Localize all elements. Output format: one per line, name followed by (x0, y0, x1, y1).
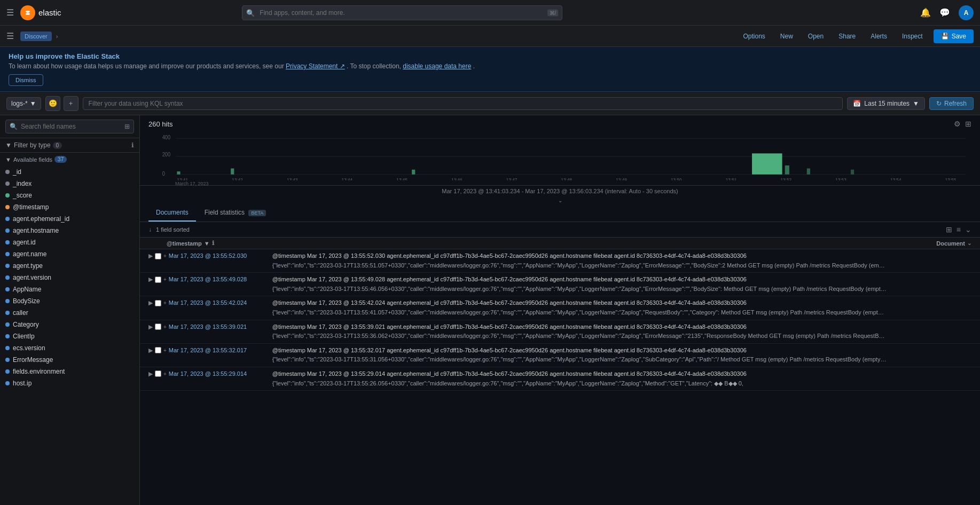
add-filter-icon[interactable]: + (163, 348, 167, 353)
table-row[interactable]: ▶ + Mar 17, 2023 @ 13:55:29.014 @timesta… (140, 367, 980, 391)
field-item-Category[interactable]: Category (0, 319, 139, 330)
notifications-icon[interactable]: 🔔 (920, 7, 931, 18)
field-item-ClientIp[interactable]: ClientIp (0, 330, 139, 342)
table-row[interactable]: ▶ + Mar 17, 2023 @ 13:55:42.024 @timesta… (140, 296, 980, 320)
avatar[interactable]: A (959, 5, 974, 20)
field-item-agent-ephemeral-id[interactable]: agent.ephemeral_id (0, 213, 139, 225)
row-checkbox[interactable] (155, 300, 161, 306)
field-item-fields-environment[interactable]: fields.environment (0, 366, 139, 377)
row-timestamp: Mar 17, 2023 @ 13:55:52.030 (169, 251, 270, 259)
global-search-bar[interactable]: 🔍 ⌘/ (242, 5, 562, 20)
add-filter-icon[interactable]: + (163, 324, 167, 330)
expand-row-button[interactable]: ▶ (148, 370, 153, 377)
sidebar-search-input[interactable] (5, 120, 134, 133)
filter-by-type[interactable]: ▼ Filter by type 0 (5, 141, 62, 149)
info-icon[interactable]: ℹ (131, 141, 134, 149)
tab-field-statistics[interactable]: Field statistics BETA (197, 204, 274, 222)
row-timestamp: Mar 17, 2023 @ 13:55:42.024 (169, 298, 270, 306)
field-name: agent.version (13, 274, 51, 281)
expand-row-button[interactable]: ▶ (148, 347, 153, 354)
field-item-agent-hostname[interactable]: agent.hostname (0, 225, 139, 236)
index-select[interactable]: logs-* ▼ (6, 97, 41, 110)
add-filter-icon[interactable]: + (163, 277, 167, 282)
table-list-icon[interactable]: ≡ (957, 225, 961, 234)
new-link[interactable]: New (776, 30, 797, 42)
row-timestamp: Mar 17, 2023 @ 13:55:39.021 (169, 322, 270, 330)
table-expand-icon[interactable]: ⌄ (965, 225, 971, 234)
field-dot (5, 287, 10, 291)
filter-badge: 0 (53, 142, 62, 149)
timestamp-info-icon[interactable]: ℹ (212, 240, 214, 247)
expand-row-button[interactable]: ▶ (148, 253, 153, 259)
refresh-button[interactable]: ↻ Refresh (929, 97, 974, 110)
row-checkbox[interactable] (155, 323, 161, 330)
field-item-ErrorMessage[interactable]: ErrorMessage (0, 354, 139, 366)
expand-chart-button[interactable]: ⌄ (140, 196, 980, 204)
table-row[interactable]: ▶ + Mar 17, 2023 @ 13:55:32.017 @timesta… (140, 344, 980, 367)
global-search-input[interactable] (242, 5, 562, 20)
discover-badge[interactable]: Discover (20, 31, 52, 41)
table-row[interactable]: ▶ + Mar 17, 2023 @ 13:55:52.030 @timesta… (140, 249, 980, 273)
columns-icon[interactable]: ⊞ (965, 120, 971, 128)
disable-usage-link[interactable]: disable usage data here (403, 62, 471, 70)
field-item--timestamp[interactable]: @timestamp (0, 201, 139, 213)
field-item-ecs-version[interactable]: ecs.version (0, 342, 139, 354)
chevron-down-icon: ▼ (5, 141, 12, 149)
add-filter-icon[interactable]: + (163, 300, 167, 306)
table-row[interactable]: ▶ + Mar 17, 2023 @ 13:55:49.028 @timesta… (140, 273, 980, 296)
filter-smiley-button[interactable]: 🙂 (45, 96, 60, 111)
expand-row-button[interactable]: ▶ (148, 323, 153, 330)
save-label: Save (952, 33, 966, 40)
table-row[interactable]: ▶ + Mar 17, 2023 @ 13:55:39.021 @timesta… (140, 320, 980, 344)
field-item-host-ip[interactable]: host.ip (0, 377, 139, 389)
field-item-caller[interactable]: caller (0, 307, 139, 319)
kql-input[interactable] (83, 97, 843, 110)
time-picker[interactable]: 📅 Last 15 minutes ▼ (847, 97, 925, 110)
sidebar-columns-icon[interactable]: ⊞ (124, 123, 130, 130)
field-name: caller (13, 309, 28, 317)
save-button[interactable]: 💾 Save (934, 29, 974, 43)
open-link[interactable]: Open (804, 30, 828, 42)
settings-icon[interactable]: ⚙ (954, 120, 961, 128)
field-item--score[interactable]: _score (0, 190, 139, 201)
row-checkbox[interactable] (155, 347, 161, 353)
field-item-AppName[interactable]: AppName (0, 283, 139, 295)
field-name: AppName (13, 286, 41, 293)
help-icon[interactable]: 💬 (939, 7, 950, 18)
row-checkbox[interactable] (155, 277, 161, 283)
row-checkbox[interactable] (155, 370, 161, 377)
field-item-BodySize[interactable]: BodySize (0, 295, 139, 307)
svg-text:13:46: 13:46 (451, 177, 462, 180)
content-area: 260 hits ⚙ ⊞ 400 200 0 (140, 115, 980, 505)
col-header-document[interactable]: Document ⌄ (276, 240, 971, 247)
filter-add-button[interactable]: + (64, 96, 79, 111)
share-link[interactable]: Share (834, 30, 860, 42)
hamburger-icon[interactable]: ☰ (6, 7, 14, 18)
field-item-agent-version[interactable]: agent.version (0, 272, 139, 283)
elastic-logo[interactable]: elastic (20, 5, 61, 20)
privacy-statement-link[interactable]: Privacy Statement ↗ (286, 62, 345, 70)
field-item--id[interactable]: _id (0, 166, 139, 178)
inspect-link[interactable]: Inspect (898, 30, 927, 42)
tab-documents[interactable]: Documents (148, 204, 196, 222)
svg-text:400: 400 (162, 135, 171, 140)
field-item-agent-type[interactable]: agent.type (0, 260, 139, 272)
add-filter-icon[interactable]: + (163, 371, 167, 377)
table-grid-icon[interactable]: ⊞ (946, 225, 952, 234)
col-header-timestamp[interactable]: @timestamp ▼ ℹ (167, 240, 273, 247)
expand-row-button[interactable]: ▶ (148, 276, 153, 283)
field-item-agent-name[interactable]: agent.name (0, 248, 139, 260)
add-filter-icon[interactable]: + (163, 253, 167, 259)
field-item-agent-id[interactable]: agent.id (0, 236, 139, 248)
options-link[interactable]: Options (739, 30, 769, 42)
expand-row-button[interactable]: ▶ (148, 299, 153, 306)
field-item--index[interactable]: _index (0, 178, 139, 190)
dismiss-button[interactable]: Dismiss (9, 74, 43, 86)
alerts-link[interactable]: Alerts (866, 30, 891, 42)
col-expand-icon[interactable]: ⌄ (967, 240, 971, 246)
row-checkbox[interactable] (155, 253, 161, 259)
global-search-icon: 🔍 (246, 9, 255, 17)
field-dot (5, 369, 10, 374)
row-document: @timestamp Mar 17, 2023 @ 13:55:52.030 a… (272, 251, 971, 270)
nav-hamburger-icon[interactable]: ☰ (6, 31, 14, 41)
